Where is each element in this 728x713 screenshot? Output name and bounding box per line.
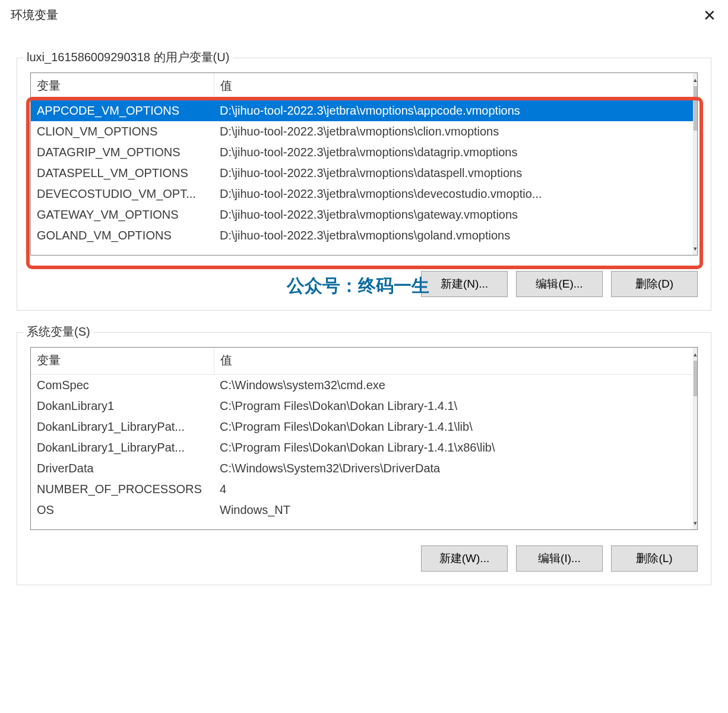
user-vars-legend: luxi_161586009290318 的用户变量(U) [23,49,233,65]
scroll-down-icon[interactable]: ▾ [694,242,697,255]
table-row[interactable]: DATAGRIP_VM_OPTIONSD:\jihuo-tool-2022.3\… [31,142,693,163]
scroll-up-icon[interactable]: ▴ [694,73,697,86]
cell-variable: DATAGRIP_VM_OPTIONS [31,142,214,163]
cell-value: C:\Program Files\Dokan\Dokan Library-1.4… [214,396,693,417]
user-scrollbar[interactable]: ▴ ▾ [693,73,697,255]
user-header-value[interactable]: 值 [214,73,693,100]
user-buttons-row: 公众号：终码一生 新建(N)... 编辑(E)... 删除(D) [30,271,698,297]
cell-variable: DriverData [31,458,214,479]
cell-value: D:\jihuo-tool-2022.3\jetbra\vmoptions\de… [214,184,693,204]
table-row[interactable]: DokanLibrary1_LibraryPat...C:\Program Fi… [31,437,693,458]
cell-value: C:\Windows\system32\cmd.exe [214,375,693,396]
system-vars-table[interactable]: 变量 值 ComSpecC:\Windows\system32\cmd.exeD… [31,348,693,520]
user-vars-table-wrap: 变量 值 APPCODE_VM_OPTIONSD:\jihuo-tool-202… [30,72,698,255]
system-vars-group: 系统变量(S) 变量 值 ComSpecC:\Windows\system32\… [17,332,711,585]
dialog-content: luxi_161586009290318 的用户变量(U) 变量 值 APPCO… [0,27,728,585]
system-buttons-row: 新建(W)... 编辑(I)... 删除(L) [30,545,698,572]
scroll-thumb[interactable] [694,86,697,131]
user-vars-group: luxi_161586009290318 的用户变量(U) 变量 值 APPCO… [17,58,711,311]
cell-variable: DATASPELL_VM_OPTIONS [31,163,214,184]
titlebar: 环境变量 ✕ [0,0,728,27]
cell-value: D:\jihuo-tool-2022.3\jetbra\vmoptions\da… [214,163,693,184]
cell-variable: GOLAND_VM_OPTIONS [31,225,214,246]
cell-value: C:\Program Files\Dokan\Dokan Library-1.4… [214,437,693,458]
cell-variable: ComSpec [31,375,214,396]
cell-value: D:\jihuo-tool-2022.3\jetbra\vmoptions\ga… [214,204,693,225]
close-icon[interactable]: ✕ [699,8,720,23]
cell-value: 4 [214,479,693,500]
table-row[interactable]: NUMBER_OF_PROCESSORS4 [31,479,693,500]
table-row[interactable]: DEVECOSTUDIO_VM_OPT...D:\jihuo-tool-2022… [31,184,693,204]
cell-variable: DEVECOSTUDIO_VM_OPT... [31,184,214,204]
system-header-variable[interactable]: 变量 [31,348,214,375]
watermark-text: 公众号：终码一生 [287,274,429,298]
cell-value: D:\jihuo-tool-2022.3\jetbra\vmoptions\ap… [214,100,693,122]
scroll-down-icon[interactable]: ▾ [694,516,697,529]
user-edit-button[interactable]: 编辑(E)... [516,271,603,297]
cell-value: Windows_NT [214,500,693,520]
cell-variable: GATEWAY_VM_OPTIONS [31,204,214,225]
scroll-up-icon[interactable]: ▴ [694,348,697,361]
cell-value: C:\Windows\System32\Drivers\DriverData [214,458,693,479]
system-edit-button[interactable]: 编辑(I)... [516,545,603,572]
system-new-button[interactable]: 新建(W)... [421,545,508,572]
cell-variable: CLION_VM_OPTIONS [31,121,214,142]
table-row[interactable]: DokanLibrary1_LibraryPat...C:\Program Fi… [31,417,693,437]
cell-value: D:\jihuo-tool-2022.3\jetbra\vmoptions\go… [214,225,693,246]
user-new-button[interactable]: 新建(N)... [421,271,508,297]
user-vars-table[interactable]: 变量 值 APPCODE_VM_OPTIONSD:\jihuo-tool-202… [31,73,693,246]
scroll-thumb[interactable] [694,361,697,396]
user-header-variable[interactable]: 变量 [31,73,214,100]
system-vars-table-wrap: 变量 值 ComSpecC:\Windows\system32\cmd.exeD… [30,347,698,530]
table-row[interactable]: DokanLibrary1C:\Program Files\Dokan\Doka… [31,396,693,417]
system-delete-button[interactable]: 删除(L) [611,545,698,572]
cell-variable: DokanLibrary1 [31,396,214,417]
table-row[interactable]: ComSpecC:\Windows\system32\cmd.exe [31,375,693,396]
cell-variable: NUMBER_OF_PROCESSORS [31,479,214,500]
cell-value: D:\jihuo-tool-2022.3\jetbra\vmoptions\cl… [214,121,693,142]
table-row[interactable]: GATEWAY_VM_OPTIONSD:\jihuo-tool-2022.3\j… [31,204,693,225]
cell-variable: OS [31,500,214,520]
cell-value: D:\jihuo-tool-2022.3\jetbra\vmoptions\da… [214,142,693,163]
cell-value: C:\Program Files\Dokan\Dokan Library-1.4… [214,417,693,437]
cell-variable: APPCODE_VM_OPTIONS [31,100,214,122]
user-delete-button[interactable]: 删除(D) [611,271,698,297]
cell-variable: DokanLibrary1_LibraryPat... [31,437,214,458]
table-row[interactable]: APPCODE_VM_OPTIONSD:\jihuo-tool-2022.3\j… [31,100,693,122]
table-row[interactable]: OSWindows_NT [31,500,693,520]
system-scrollbar[interactable]: ▴ ▾ [693,348,697,529]
table-row[interactable]: GOLAND_VM_OPTIONSD:\jihuo-tool-2022.3\je… [31,225,693,246]
cell-variable: DokanLibrary1_LibraryPat... [31,417,214,437]
table-row[interactable]: DATASPELL_VM_OPTIONSD:\jihuo-tool-2022.3… [31,163,693,184]
table-row[interactable]: DriverDataC:\Windows\System32\Drivers\Dr… [31,458,693,479]
table-row[interactable]: CLION_VM_OPTIONSD:\jihuo-tool-2022.3\jet… [31,121,693,142]
system-vars-legend: 系统变量(S) [23,324,94,340]
window-title: 环境变量 [11,7,58,23]
system-header-value[interactable]: 值 [214,348,693,375]
